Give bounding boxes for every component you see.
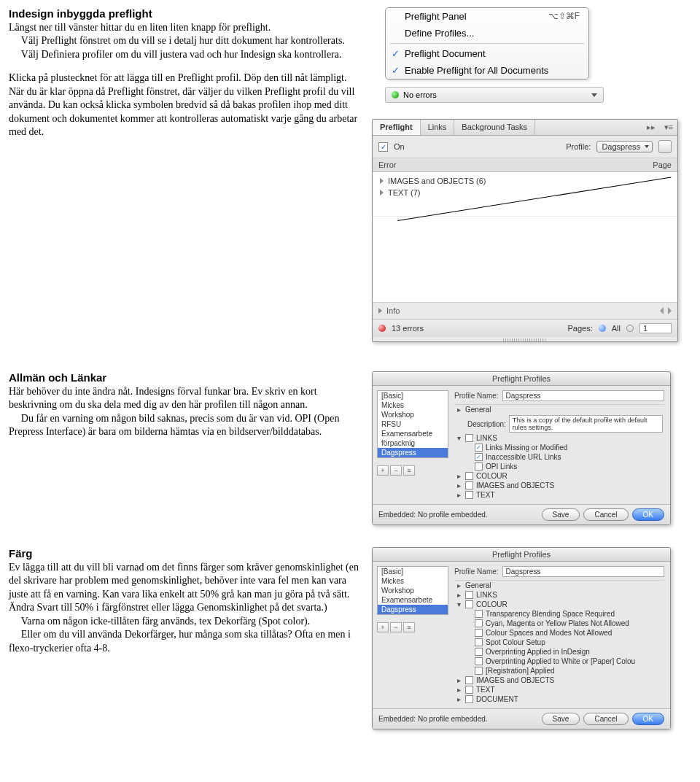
disclosure-icon[interactable]: ▾ [456,434,462,442]
cat-row[interactable]: Colour Spaces and Modes Not Allowed [454,628,664,638]
cat-row[interactable]: Cyan, Magenta or Yellow Plates Not Allow… [454,619,664,628]
prev-error-icon[interactable] [660,307,664,314]
cat-row[interactable]: ▸General [454,581,664,590]
tab-background-tasks[interactable]: Background Tasks [454,120,535,135]
delete-profile-button[interactable]: − [390,465,402,476]
menu-enable-all-documents[interactable]: Enable Preflight for All Documents [386,62,588,79]
add-profile-button[interactable]: + [377,465,389,476]
cat-checkbox[interactable] [475,657,483,665]
sidebar-item[interactable]: Examensarbete [378,595,448,605]
cat-checkbox[interactable] [465,491,473,499]
cat-row[interactable]: OPI Links [454,462,664,471]
ok-button[interactable]: OK [632,508,664,521]
cat-checkbox[interactable] [475,610,483,618]
cat-checkbox[interactable] [465,600,473,608]
cat-checkbox[interactable] [465,676,473,684]
cancel-button[interactable]: Cancel [583,508,628,521]
profile-name-field[interactable]: Dagspress [502,390,664,401]
sidebar-item[interactable]: RFSU [378,419,448,429]
list-item[interactable]: IMAGES and OBJECTS (6) [373,175,677,187]
resize-grip-icon[interactable] [503,338,547,341]
cat-row[interactable]: Transparency Blending Space Required [454,609,664,619]
sidebar-item[interactable]: [Basic] [378,567,448,576]
cat-checkbox[interactable]: ✓ [475,444,483,452]
cat-checkbox[interactable] [475,648,483,656]
cat-row[interactable]: Overprinting Applied in InDesign [454,647,664,657]
cat-row[interactable]: ▸IMAGES and OBJECTS [454,675,664,685]
profile-menu-button[interactable]: ≡ [403,465,415,476]
cat-row[interactable]: ▾COLOUR [454,600,664,609]
disclosure-icon[interactable]: ▸ [456,695,462,703]
profile-menu-button[interactable]: ≡ [403,622,415,632]
disclosure-icon[interactable]: ▸ [456,472,462,480]
cat-row[interactable]: Spot Colour Setup [454,638,664,647]
next-error-icon[interactable] [668,307,672,314]
page-field[interactable]: 1 [639,323,672,333]
cat-row[interactable]: ✓Inaccessible URL Links [454,452,664,462]
cat-row[interactable]: ▸IMAGES and OBJECTS [454,481,664,490]
list-item[interactable]: TEXT (7) [373,187,677,198]
save-button[interactable]: Save [542,713,580,725]
profile-select[interactable]: Dagspress [596,141,653,152]
cancel-button[interactable]: Cancel [583,713,628,725]
cat-row[interactable]: ▸COLOUR [454,471,664,481]
cat-checkbox[interactable] [465,695,473,703]
tab-links[interactable]: Links [421,120,455,135]
description-field[interactable]: This is a copy of the default profile wi… [509,415,663,433]
delete-profile-button[interactable]: − [390,622,402,632]
cat-row[interactable]: [Registration] Applied [454,666,664,675]
cat-row[interactable]: ▸General [454,405,664,414]
ok-button[interactable]: OK [632,713,664,725]
cat-row[interactable]: ▸LINKS [454,590,664,600]
cat-row[interactable]: ▸TEXT [454,490,664,500]
cat-checkbox[interactable] [475,462,483,471]
sidebar-item[interactable]: [Basic] [378,391,448,400]
disclosure-icon[interactable] [378,308,382,314]
disclosure-icon[interactable]: ▸ [456,406,462,414]
cat-row[interactable]: ✓Links Missing or Modified [454,443,664,452]
menu-define-profiles[interactable]: Define Profiles... [386,25,588,42]
cat-checkbox[interactable]: ✓ [475,453,483,461]
cat-checkbox[interactable] [475,638,483,646]
tab-preflight[interactable]: Preflight [373,120,421,135]
cat-checkbox[interactable] [475,629,483,637]
panel-menu-icon[interactable]: ▾≡ [660,120,677,135]
dropdown-icon[interactable] [591,93,597,97]
preflight-status-bar[interactable]: No errors [385,87,604,103]
sidebar-item[interactable]: Workshop [378,410,448,419]
disclosure-icon[interactable] [380,190,384,196]
cat-checkbox[interactable] [465,434,473,442]
sidebar-item[interactable]: Mickes [378,576,448,586]
disclosure-icon[interactable]: ▸ [456,481,462,489]
sidebar-item[interactable]: Workshop [378,586,448,595]
cat-row[interactable]: ▸DOCUMENT [454,694,664,704]
cat-row[interactable]: Overprinting Applied to White or [Paper]… [454,657,664,666]
sidebar-item[interactable]: Dagspress [378,448,448,457]
sidebar-item[interactable]: förpacknig [378,438,448,448]
pages-range-radio[interactable] [626,325,634,332]
disclosure-icon[interactable]: ▸ [456,676,462,684]
cat-checkbox[interactable] [465,481,473,489]
embed-profile-button[interactable] [658,140,672,153]
add-profile-button[interactable]: + [377,622,389,632]
panel-collapse-icon[interactable]: ▸▸ [642,120,660,135]
sidebar-item[interactable]: Examensarbete [378,429,448,438]
cat-row[interactable]: ▾LINKS [454,433,664,443]
cat-row[interactable]: ▸TEXT [454,685,664,694]
menu-preflight-document[interactable]: Preflight Document [386,45,588,62]
disclosure-icon[interactable]: ▸ [456,581,462,589]
cat-checkbox[interactable] [465,472,473,480]
disclosure-icon[interactable]: ▾ [456,600,462,608]
preflight-on-checkbox[interactable]: ✓ [378,142,388,152]
pages-all-radio[interactable] [599,325,606,332]
disclosure-icon[interactable]: ▸ [456,686,462,694]
disclosure-icon[interactable]: ▸ [456,491,462,499]
cat-checkbox[interactable] [465,591,473,599]
disclosure-icon[interactable]: ▸ [456,591,462,599]
cat-checkbox[interactable] [465,686,473,694]
disclosure-icon[interactable] [380,178,384,184]
cat-checkbox[interactable] [475,619,483,627]
sidebar-item[interactable]: Dagspress [378,605,448,614]
menu-preflight-panel[interactable]: Preflight Panel ⌥⇧⌘F [386,8,588,25]
cat-checkbox[interactable] [475,667,483,675]
